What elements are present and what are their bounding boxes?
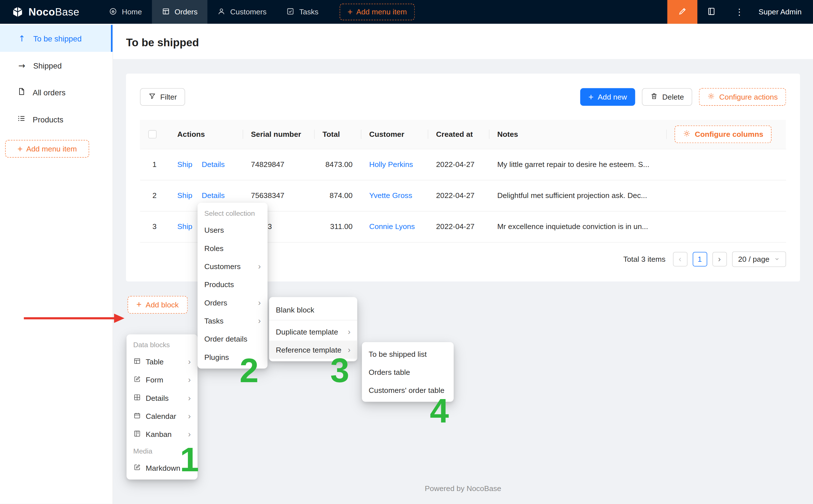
customer-link[interactable]: Connie Lyons — [369, 223, 415, 231]
menu-item-products[interactable]: Products — [197, 275, 267, 293]
notes-cell: Mr excellence inquietude conviction is i… — [489, 211, 666, 242]
gear-icon — [707, 92, 715, 102]
pagination-page-button[interactable]: 1 — [693, 252, 707, 266]
nav-item-label: Customers — [230, 8, 267, 16]
pagination-prev-button[interactable]: ‹ — [673, 252, 687, 266]
sidebar-item-products[interactable]: Products — [0, 106, 113, 133]
nav-item-orders[interactable]: Orders — [152, 0, 207, 24]
column-header-total: Total — [314, 120, 361, 149]
table-row: 1 Ship Details 74829847 8473.00 Holly Pe… — [140, 149, 786, 180]
row-index: 3 — [140, 211, 169, 242]
chevron-right-icon: › — [258, 262, 261, 270]
page-title: To be shipped — [126, 36, 800, 49]
menu-item-details[interactable]: Details › — [126, 389, 197, 407]
page-header: To be shipped — [113, 24, 813, 59]
menu-item-to-be-shipped-list[interactable]: To be shipped list — [362, 345, 454, 363]
tasks-icon — [286, 7, 295, 17]
navbar-right: ⋮ Super Admin — [667, 0, 813, 24]
plus-icon: + — [17, 144, 23, 153]
main-menu: Home Orders Customers Tasks + Add menu i… — [99, 0, 415, 24]
configure-columns-button[interactable]: Configure columns — [674, 125, 772, 143]
add-new-button-label: Add new — [598, 93, 627, 101]
delete-button[interactable]: Delete — [642, 88, 692, 105]
nav-item-customers[interactable]: Customers — [207, 0, 276, 24]
nav-item-home[interactable]: Home — [99, 0, 152, 24]
document-icon — [17, 87, 26, 98]
sidebar-item-shipped[interactable]: → Shipped — [0, 52, 113, 79]
created-at-cell: 2022-04-27 — [428, 180, 489, 211]
plus-icon: + — [348, 8, 353, 16]
add-block-button[interactable]: + Add block — [128, 296, 188, 313]
sidebar-item-to-be-shipped[interactable]: ↑ To be shipped — [0, 25, 113, 52]
annotation-step-4: 4 — [430, 393, 449, 428]
select-all-checkbox[interactable] — [148, 130, 157, 138]
page-size-select[interactable]: 20 / page — [732, 251, 786, 267]
sidebar-item-label: Products — [33, 115, 63, 124]
nav-item-label: Home — [122, 8, 142, 16]
menu-item-roles[interactable]: Roles — [197, 239, 267, 257]
menu-item-calendar[interactable]: Calendar › — [126, 407, 197, 425]
menu-item-duplicate-template[interactable]: Duplicate template› — [269, 322, 357, 340]
chevron-right-icon: › — [188, 357, 191, 366]
sidebar-item-all-orders[interactable]: All orders — [0, 79, 113, 106]
nav-add-menu-item-label: Add menu item — [356, 8, 407, 16]
configure-columns-label: Configure columns — [695, 130, 763, 138]
add-new-button[interactable]: + Add new — [580, 88, 635, 105]
menu-item-order-details[interactable]: Order details — [197, 330, 267, 348]
markdown-icon — [133, 463, 141, 472]
pagination-total: Total 3 items — [623, 255, 665, 263]
filter-button-label: Filter — [160, 93, 177, 101]
column-header-actions: Actions — [169, 120, 243, 149]
menu-item-tasks[interactable]: Tasks› — [197, 312, 267, 330]
trash-icon — [650, 92, 658, 102]
ship-link[interactable]: Ship — [177, 223, 192, 231]
column-header-notes: Notes — [489, 120, 666, 149]
form-icon — [133, 375, 141, 384]
menu-item-users[interactable]: Users — [197, 221, 267, 239]
serial-number-cell: 74829847 — [243, 149, 314, 180]
sidebar: ↑ To be shipped → Shipped All orders Pro… — [0, 24, 113, 504]
chevron-left-icon: ‹ — [679, 254, 682, 264]
gear-icon — [683, 129, 691, 139]
plus-icon: + — [588, 93, 594, 101]
menu-group-label: Select collection — [197, 205, 267, 221]
chevron-right-icon: › — [188, 376, 191, 384]
menu-item-form[interactable]: Form › — [126, 371, 197, 389]
brand[interactable]: NocoBase — [11, 6, 79, 18]
plus-icon: + — [136, 300, 141, 309]
ui-editor-button[interactable] — [667, 0, 697, 24]
configure-actions-button[interactable]: Configure actions — [699, 88, 786, 105]
user-name[interactable]: Super Admin — [753, 8, 813, 16]
notes-cell: My little garret repair to desire he est… — [489, 149, 666, 180]
details-icon — [133, 393, 141, 402]
table-icon — [133, 357, 141, 366]
home-icon — [109, 7, 117, 17]
column-header-created-at: Created at — [428, 120, 489, 149]
table-toolbar: Filter + Add new Delete — [140, 88, 786, 105]
menu-item-table[interactable]: Table › — [126, 353, 197, 371]
menu-item-customers[interactable]: Customers› — [197, 257, 267, 275]
column-header-serial-number: Serial number — [243, 120, 314, 149]
details-link[interactable]: Details — [202, 160, 225, 168]
chevron-right-icon: › — [718, 254, 721, 264]
ship-link[interactable]: Ship — [177, 191, 192, 199]
sidebar-item-label: Shipped — [33, 61, 62, 70]
menu-item-blank-block[interactable]: Blank block — [269, 300, 357, 320]
sidebar-add-menu-item-button[interactable]: + Add menu item — [5, 140, 89, 157]
chevron-right-icon: › — [258, 298, 261, 307]
customer-link[interactable]: Holly Perkins — [369, 160, 413, 168]
nav-add-menu-item-button[interactable]: + Add menu item — [340, 4, 415, 20]
more-menu-button[interactable]: ⋮ — [725, 0, 753, 24]
ship-link[interactable]: Ship — [177, 160, 192, 168]
menu-item-orders[interactable]: Orders› — [197, 293, 267, 311]
customer-link[interactable]: Yvette Gross — [369, 191, 412, 199]
collections-button[interactable] — [697, 0, 725, 24]
arrow-up-icon: ↑ — [17, 34, 27, 43]
pagination-next-button[interactable]: › — [712, 252, 727, 266]
chevron-right-icon: › — [188, 430, 191, 438]
menu-item-orders-table[interactable]: Orders table — [362, 363, 454, 381]
nav-item-tasks[interactable]: Tasks — [276, 0, 328, 24]
red-arrow-annotation — [23, 311, 124, 325]
filter-button[interactable]: Filter — [140, 88, 185, 105]
details-link[interactable]: Details — [202, 191, 225, 199]
